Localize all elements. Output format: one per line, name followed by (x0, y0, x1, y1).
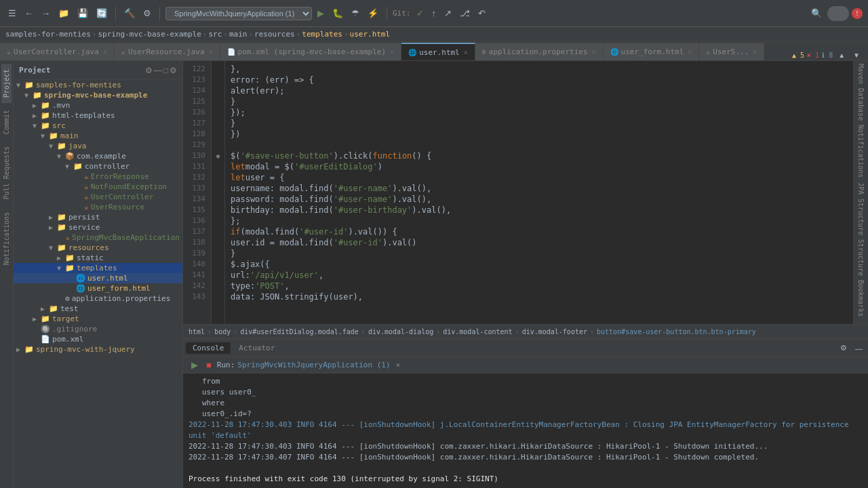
tab-close-pom[interactable]: × (390, 48, 394, 56)
path-body[interactable]: body (214, 328, 231, 336)
breadcrumb-file[interactable]: user.html (350, 30, 391, 39)
tree-item-userhtml[interactable]: 🌐 user.html (14, 273, 182, 283)
warnings-count[interactable]: ▲ 5 (792, 52, 804, 59)
tree-item-src[interactable]: ▼ 📁 src (14, 121, 182, 131)
close-panel-btn[interactable]: — (852, 343, 865, 354)
tab-close-userresource[interactable]: × (209, 48, 213, 56)
settings-gear-btn[interactable]: ⚙ (837, 342, 850, 354)
tree-item-userformhtml[interactable]: 🌐 user_form.html (14, 283, 182, 293)
tree-item-persist[interactable]: ▶ 📁 persist (14, 212, 182, 222)
run-stop-btn[interactable]: ■ (203, 359, 214, 371)
settings-button[interactable]: ⚙ (140, 7, 154, 20)
vtab-project[interactable]: Project (1, 64, 12, 103)
bottom-tab-console[interactable]: Console (186, 342, 231, 354)
tab-users[interactable]: ☕ UserS... × (699, 43, 764, 60)
build-button[interactable]: 🔨 (121, 7, 138, 20)
tree-item-errorresponse[interactable]: ☕ ErrorResponse (14, 171, 182, 182)
tree-item-userresource[interactable]: ☕ UserResource (14, 202, 182, 212)
path-html[interactable]: html (189, 328, 205, 336)
breadcrumb-main[interactable]: main (229, 30, 248, 39)
git-undo-button[interactable]: ↶ (475, 7, 488, 20)
tab-userresource[interactable]: ☕ UserResource.java × (115, 43, 220, 60)
tree-item-com-example[interactable]: ▼ 📦 com.example (14, 151, 182, 161)
path-div-modal-footer[interactable]: div.modal-footer (522, 328, 587, 336)
maven-tab[interactable]: Maven (857, 64, 865, 84)
menu-button[interactable]: ☰ (5, 7, 19, 20)
tab-close-userhtml[interactable]: × (464, 49, 468, 56)
notification-badge[interactable]: ! (852, 8, 863, 19)
tree-item-resources[interactable]: ▼ 📁 resources (14, 243, 182, 253)
breadcrumb-src[interactable]: src (208, 30, 222, 39)
path-div-modal-dialog[interactable]: div.modal-dialog (368, 328, 433, 336)
tree-item-samples[interactable]: ▼ 📁 samples-for-menties (14, 80, 182, 90)
file-button[interactable]: 📁 (56, 7, 72, 20)
breadcrumb-templates[interactable]: templates (302, 30, 342, 39)
tab-userform[interactable]: 🌐 user_form.html × (604, 43, 700, 60)
run-config-selector[interactable]: SpringMvcWithJqueryApplication (1) (165, 7, 312, 20)
tree-item-notfoundexception[interactable]: ☕ NotFoundException (14, 182, 182, 192)
info-count[interactable]: ℹ 8 (822, 52, 833, 59)
tab-close-properties[interactable]: × (592, 48, 596, 56)
tree-item-java[interactable]: ▼ 📁 java (14, 141, 182, 151)
coverage-button[interactable]: ☂ (349, 7, 362, 20)
tab-pom[interactable]: 📄 pom.xml (spring-mvc-base-example) × (220, 43, 402, 60)
avatar[interactable] (827, 6, 849, 21)
tree-item-spring-mvc[interactable]: ▼ 📁 spring-mvc-base-example (14, 90, 182, 100)
scroll-down-button[interactable]: ▼ (850, 50, 863, 60)
tree-item-static[interactable]: ▶ 📁 static (14, 253, 182, 263)
breadcrumb-samples[interactable]: samples-for-menties (5, 30, 91, 39)
git-check-button[interactable]: ✓ (414, 7, 427, 20)
tree-item-springmvcbaseapp[interactable]: ☕ SpringMvcBaseApplication (14, 232, 182, 243)
tree-item-templates[interactable]: ▼ 📁 templates (14, 263, 182, 273)
errors-count[interactable]: ✖ 1 (807, 52, 819, 59)
sidebar-collapse-btn[interactable]: — (154, 66, 162, 75)
refresh-button[interactable]: 🔄 (94, 7, 110, 20)
tree-item-html-templates[interactable]: ▶ 📁 html-templates (14, 110, 182, 121)
tree-item-pomxml[interactable]: 📄 pom.xml (14, 334, 182, 344)
sidebar-expand-btn[interactable]: □ (163, 66, 168, 75)
code-editor[interactable]: }, error: (err) => { alert(err); } }); }… (225, 61, 853, 324)
debug-button[interactable]: 🐛 (330, 7, 346, 20)
tree-item-target[interactable]: ▶ 📁 target (14, 314, 182, 324)
vtab-notifications[interactable]: Notifications (1, 207, 12, 270)
breadcrumb-project[interactable]: spring-mvc-base-example (98, 30, 201, 39)
tab-properties[interactable]: ⚙ application.properties × (475, 43, 604, 60)
save-button[interactable]: 💾 (75, 7, 91, 20)
forward-button[interactable]: → (39, 7, 53, 20)
notifications-right-tab[interactable]: Notifications (857, 125, 865, 178)
vtab-pullrequests[interactable]: Pull Requests (1, 141, 12, 205)
tree-item-spring-mvc-jquery[interactable]: ▶ 📁 spring-mvc-with-jquery (14, 344, 182, 354)
tree-item-test[interactable]: ▶ 📁 test (14, 304, 182, 314)
tab-close-usercontroller[interactable]: × (103, 48, 107, 56)
database-tab[interactable]: Database (857, 88, 865, 121)
path-div-modal-content[interactable]: div.modal-content (443, 328, 512, 336)
sidebar-gear-btn[interactable]: ⚙ (170, 66, 177, 75)
tree-item-main[interactable]: ▼ 📁 main (14, 131, 182, 141)
profile-button[interactable]: ⚡ (365, 7, 381, 20)
tree-item-appprops[interactable]: ⚙ application.properties (14, 293, 182, 304)
tree-item-gitignore[interactable]: 🔘 .gitignore (14, 324, 182, 334)
path-button[interactable]: button#save-user-button.btn.btn-primary (597, 328, 756, 336)
breadcrumb-resources[interactable]: resources (254, 30, 295, 39)
tree-item-controller[interactable]: ▼ 📁 controller (14, 161, 182, 171)
structure-tab[interactable]: Structure (857, 239, 865, 276)
jpa-structure-tab[interactable]: JPA Structure (857, 182, 865, 235)
bottom-tab-actuator[interactable]: Actuator (232, 342, 281, 354)
bookmarks-tab[interactable]: Bookmarks (857, 280, 865, 317)
run-close-btn[interactable]: × (396, 361, 401, 369)
tree-item-mvn[interactable]: ▶ 📁 .mvn (14, 100, 182, 110)
tab-userhtml[interactable]: 🌐 user.html × (401, 43, 475, 60)
path-div-dialog[interactable]: div#userEditDialog.modal.fade (240, 328, 359, 336)
tab-usercontroller[interactable]: ☕ UserController.java × (0, 43, 115, 60)
tree-item-service[interactable]: ▶ 📁 service (14, 222, 182, 232)
git-branch-button[interactable]: ⎇ (457, 7, 473, 20)
back-button[interactable]: ← (22, 7, 36, 20)
tab-close-users[interactable]: × (753, 48, 757, 56)
tree-item-usercontroller[interactable]: ☕ UserController (14, 192, 182, 202)
tab-close-userform[interactable]: × (688, 48, 692, 56)
git-update-button[interactable]: ↑ (429, 7, 439, 20)
run-button[interactable]: ▶ (315, 7, 327, 20)
vtab-commit[interactable]: Commit (1, 104, 12, 140)
sidebar-settings-btn[interactable]: ⚙ (145, 66, 153, 75)
scroll-up-button[interactable]: ▲ (835, 50, 848, 60)
